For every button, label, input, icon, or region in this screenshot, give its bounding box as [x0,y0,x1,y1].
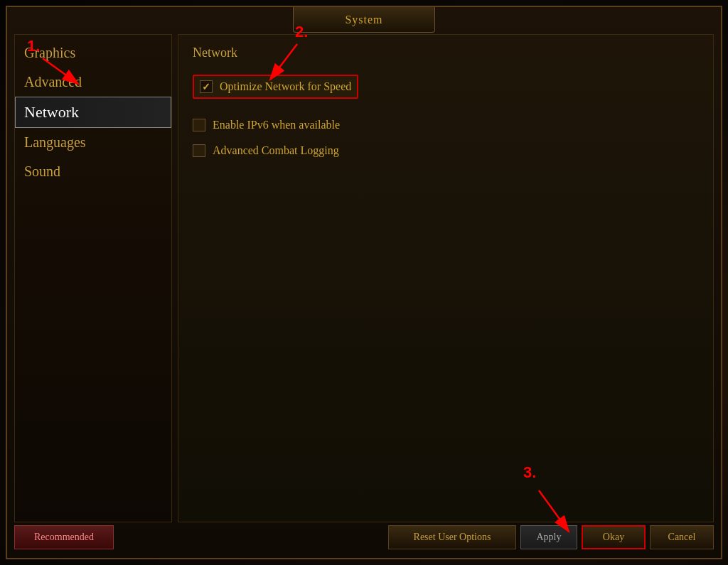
bottom-right-buttons: Reset User Options Apply Okay Cancel [388,525,714,549]
reset-button[interactable]: Reset User Options [388,525,516,549]
option-label-combat-log: Advanced Combat Logging [213,144,339,157]
sidebar-item-advanced[interactable]: Advanced [15,68,171,97]
checkbox-ipv6[interactable] [193,119,205,131]
sidebar-item-languages[interactable]: Languages [15,128,171,157]
checkbox-combat-log[interactable] [193,144,205,157]
option-row-combat-log: Advanced Combat Logging [193,144,699,157]
cancel-button[interactable]: Cancel [650,525,714,549]
main-panel: Network Optimize Network for Speed Enabl… [178,34,714,522]
sidebar: Graphics Advanced Network Languages Soun… [14,34,172,522]
option-label-ipv6: Enable IPv6 when available [213,119,340,131]
sidebar-item-network[interactable]: Network [15,97,171,128]
option-row-ipv6: Enable IPv6 when available [193,119,699,131]
checkbox-optimize[interactable] [200,80,213,93]
okay-button[interactable]: Okay [582,525,646,549]
sidebar-item-sound[interactable]: Sound [15,157,171,186]
sidebar-item-graphics[interactable]: Graphics [15,38,171,68]
dialog-title: System [345,14,382,26]
option-label-optimize: Optimize Network for Speed [220,80,351,93]
recommended-button[interactable]: Recommended [14,525,114,549]
panel-title: Network [193,45,699,60]
bottom-bar: Recommended Reset User Options Apply Oka… [14,522,714,552]
option-row-optimize: Optimize Network for Speed [193,75,358,99]
title-bar: System [293,7,435,33]
system-dialog: System Graphics Advanced Network Languag… [6,6,722,559]
dialog-content: Graphics Advanced Network Languages Soun… [14,34,714,522]
apply-button[interactable]: Apply [520,525,577,549]
